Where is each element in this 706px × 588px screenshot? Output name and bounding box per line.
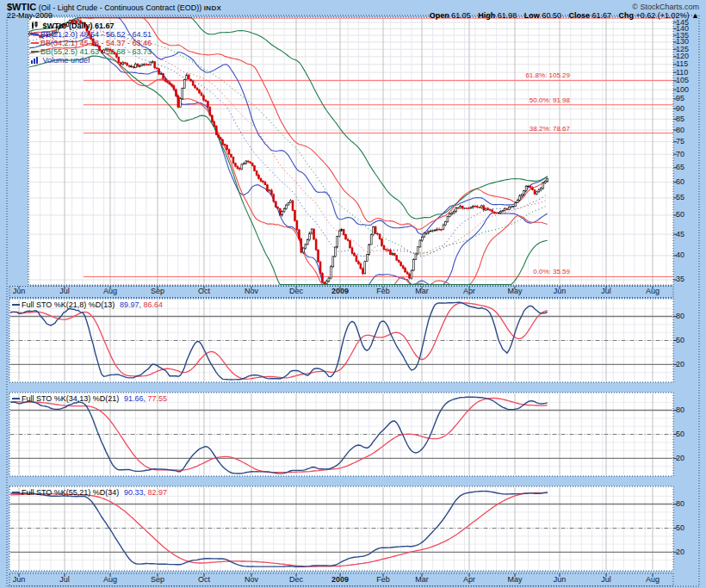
month-label: Apr	[463, 576, 475, 584]
month-label: Aug	[103, 576, 117, 584]
price-tick-label: 80	[676, 127, 684, 134]
stoch3-d-value: 82.97	[147, 488, 167, 497]
fib-label: 38.2%: 78.67	[465, 125, 570, 133]
open-value: 61.05	[451, 11, 471, 20]
chg-label: Chg	[619, 11, 635, 20]
legend-row-bb21: BB(21,2.0) 48.54 - 56.52 - 64.51	[31, 30, 152, 39]
stoch-tick-label: 80	[676, 313, 684, 320]
month-label: Oct	[198, 288, 210, 295]
month-label: Aug	[646, 288, 660, 295]
price-tick-label: 85	[676, 115, 684, 123]
fib-label: 61.8%: 105.29	[465, 71, 570, 79]
stoch3-legend: Full STO %K(55,21) %D(34) 90.33, 82.97	[12, 488, 167, 497]
volume-bars-icon	[31, 57, 39, 65]
stoch-tick-label: 20	[676, 548, 684, 556]
stoch-tick-label: 50	[676, 524, 684, 532]
low-label: Low	[524, 11, 540, 20]
price-tick-label: 105	[676, 77, 689, 84]
bb55-line-swatch	[31, 51, 39, 53]
month-label: Dec	[289, 576, 303, 584]
month-label: Jun	[13, 288, 26, 295]
low-value: 60.50	[542, 11, 561, 20]
price-tick-label: 60	[676, 178, 684, 186]
stoch-tick-label: 20	[676, 361, 684, 368]
month-label: Apr	[463, 288, 475, 295]
legend-symbol-text: $WTIC (Daily) 61.67	[43, 22, 115, 30]
stoch2-k-value: 91.66,	[124, 394, 146, 403]
month-label: Oct	[198, 576, 210, 584]
stoch2-label: Full STO %K(34,13) %D(21)	[22, 394, 119, 403]
price-tick-label: 55	[676, 194, 684, 201]
month-label: Jun	[554, 576, 567, 584]
month-label: Mar	[415, 288, 429, 295]
price-tick-label: 100	[676, 86, 689, 94]
volume-legend-text: Volume undef	[43, 56, 90, 65]
copyright-text: © StockCharts.com	[632, 3, 699, 11]
price-tick-label: 115	[676, 60, 688, 68]
month-label: Nov	[245, 288, 258, 295]
stoch2-d-value: 77.55	[147, 394, 167, 403]
price-tick-label: 75	[676, 138, 684, 145]
month-label: Nov	[245, 576, 258, 584]
month-label: Dec	[289, 288, 303, 295]
price-tick-label: 40	[676, 251, 684, 259]
high-value: 61.98	[498, 11, 517, 20]
stoch1-k-value: 89.97,	[120, 300, 141, 309]
main-chart-legend: $WTIC (Daily) 61.67 BB(21,2.0) 48.54 - 5…	[31, 22, 152, 65]
legend-row-price: $WTIC (Daily) 61.67	[31, 22, 152, 30]
stoch-tick-label: 80	[676, 406, 684, 414]
symbol-description: (Oil - Light Crude - Continuous Contract…	[39, 3, 202, 12]
stoch3-k-value: 90.33,	[124, 488, 146, 497]
stoch3-label: Full STO %K(55,21) %D(34)	[22, 488, 119, 497]
bb21-legend-text: BB(21,2.0) 48.54 - 56.52 - 64.51	[40, 30, 152, 39]
month-label: Aug	[103, 288, 117, 295]
stoch1-d-value: 86.64	[143, 300, 163, 309]
up-arrow-icon: ▲	[691, 11, 699, 20]
price-tick-label: 90	[676, 105, 684, 113]
price-tick-label: 70	[676, 151, 684, 158]
fib-label: 50.0%: 91.98	[465, 96, 570, 104]
stoch1-legend: Full STO %K(21,8) %D(13) 89.97, 86.64	[12, 300, 163, 309]
bb34-line-swatch	[31, 42, 39, 44]
price-tick-label: 35	[676, 275, 684, 283]
exchange-text: INDX	[204, 4, 221, 12]
stoch2-k-swatch	[12, 398, 20, 399]
month-label: May	[507, 288, 522, 295]
month-label: Jul	[601, 576, 611, 584]
bb55-legend-text: BB(55,2.5) 41.63 - 52.68 - 63.73	[40, 47, 152, 56]
month-label: Sep	[151, 288, 164, 295]
month-label: Feb	[376, 288, 390, 295]
month-label: 2009	[331, 576, 349, 584]
stoch3-k-swatch	[12, 492, 20, 493]
month-label: Jun	[13, 576, 26, 584]
month-label: Jul	[59, 576, 70, 584]
fib-label: 0.0%: 35.59	[465, 268, 570, 275]
month-label: Feb	[376, 576, 390, 584]
stoch2-legend: Full STO %K(34,13) %D(21) 91.66, 77.55	[12, 394, 167, 403]
quote-bar: Open 61.05 High 61.98 Low 60.50 Close 61…	[424, 11, 699, 20]
stoch1-label: Full STO %K(21,8) %D(13)	[22, 300, 115, 309]
stockcharts-chart-page: $WTIC (Oil - Light Crude - Continuous Co…	[0, 0, 706, 588]
bb21-line-swatch	[31, 34, 39, 35]
stoch-tick-label: 50	[676, 337, 684, 344]
bb34-legend-text: BB(34,2.1) 45.28 - 54.37 - 63.46	[40, 39, 152, 47]
high-label: High	[478, 11, 495, 20]
month-label: Mar	[415, 576, 429, 584]
price-tick-label: 110	[676, 69, 688, 77]
legend-row-bb34: BB(34,2.1) 45.28 - 54.37 - 63.46	[31, 39, 152, 47]
chart-date: 22-May-2009	[7, 11, 53, 20]
stoch-tick-label: 50	[676, 430, 684, 438]
legend-row-bb55: BB(55,2.5) 41.63 - 52.68 - 63.73	[31, 47, 152, 56]
price-tick-label: 95	[676, 95, 684, 102]
month-label: Jun	[554, 288, 567, 295]
price-tick-label: 65	[676, 164, 684, 171]
close-label: Close	[568, 11, 590, 20]
month-label: Aug	[646, 576, 660, 584]
month-label: 2009	[331, 288, 349, 295]
close-value: 61.67	[591, 11, 611, 20]
stoch-tick-label: 80	[676, 500, 684, 508]
price-tick-label: 45	[676, 231, 684, 238]
stoch-tick-label: 20	[676, 455, 684, 462]
month-label: Sep	[151, 576, 164, 584]
month-label: May	[507, 576, 522, 584]
